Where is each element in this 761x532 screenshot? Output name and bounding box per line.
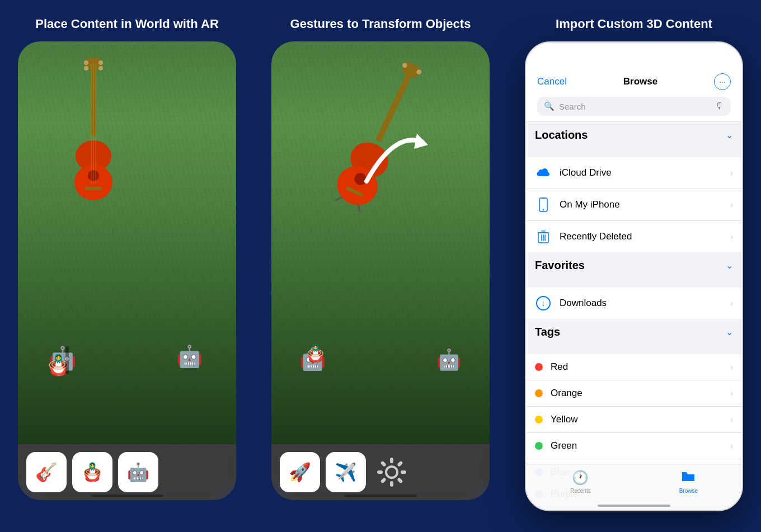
svg-rect-28	[397, 461, 403, 467]
svg-point-5	[98, 66, 103, 70]
more-dots-icon: ···	[719, 77, 726, 86]
svg-rect-27	[390, 458, 393, 463]
tag-green-item[interactable]: Green ›	[526, 433, 742, 459]
recents-tab-label: Recents	[570, 488, 591, 494]
svg-rect-29	[401, 470, 406, 474]
locations-title: Locations	[535, 129, 588, 142]
svg-point-2	[84, 60, 88, 65]
icloud-chevron-icon: ›	[730, 168, 733, 177]
panel-ar: Place Content in World with AR	[1, 0, 254, 500]
mic-icon[interactable]: 🎙	[715, 101, 724, 111]
tray-robot[interactable]: 🤖	[118, 452, 158, 492]
home-indicator-import	[598, 505, 670, 507]
favorites-chevron-icon[interactable]: ⌄	[726, 260, 733, 271]
more-button[interactable]: ···	[714, 73, 731, 90]
browse-tab-label: Browse	[679, 488, 698, 494]
favorites-section: ↓ Downloads ›	[526, 288, 742, 319]
svg-rect-32	[380, 478, 386, 484]
tag-orange-chevron-icon: ›	[730, 389, 733, 398]
panel-import-title: Import Custom 3D Content	[556, 17, 712, 31]
guitar-svg-ar	[74, 58, 113, 204]
recents-tab-icon: 🕐	[572, 470, 589, 486]
svg-rect-10	[85, 187, 102, 190]
search-placeholder: Search	[559, 102, 711, 111]
phone-screen-gestures: 🤖 🤖 🪆 🚀 ✈️	[271, 41, 490, 500]
panel-gestures: Gestures to Transform Objects	[254, 0, 508, 500]
locations-chevron-icon[interactable]: ⌄	[726, 130, 733, 140]
robot-2-gesture: 🤖	[436, 348, 462, 371]
tag-yellow-dot	[535, 416, 543, 423]
svg-point-4	[84, 66, 88, 70]
icloud-icon	[535, 164, 552, 181]
tag-green-chevron-icon: ›	[730, 441, 733, 450]
svg-rect-30	[397, 478, 403, 484]
tag-red-item[interactable]: Red ›	[526, 354, 742, 380]
browse-tab[interactable]: Browse	[679, 470, 698, 494]
tag-orange-label: Orange	[551, 388, 730, 399]
svg-point-3	[98, 60, 103, 65]
ios-content: Locations ⌄ iCloud Drive ›	[526, 122, 742, 511]
svg-rect-31	[390, 481, 393, 487]
on-my-iphone-chevron-icon: ›	[730, 200, 733, 209]
gesture-arrow	[350, 109, 434, 192]
on-my-iphone-label: On My iPhone	[560, 199, 730, 210]
cancel-button[interactable]: Cancel	[537, 76, 567, 87]
phone-frame-gestures: 🤖 🤖 🪆 🚀 ✈️	[271, 41, 490, 500]
tags-chevron-icon[interactable]: ⌄	[726, 327, 733, 337]
search-icon: 🔍	[544, 101, 555, 111]
tag-orange-item[interactable]: Orange ›	[526, 380, 742, 407]
panel-import: Import Custom 3D Content Cancel Browse ·…	[508, 0, 761, 511]
home-indicator-gestures	[344, 495, 417, 497]
browse-tab-icon	[681, 470, 696, 486]
panel-ar-title: Place Content in World with AR	[35, 17, 219, 31]
tray-guitar[interactable]: 🎸	[26, 452, 67, 492]
ios-device-frame: Cancel Browse ··· 🔍 Search 🎙 Locations ⌄	[525, 41, 743, 511]
recently-deleted-label: Recently Deleted	[560, 231, 730, 242]
downloads-chevron-icon: ›	[730, 299, 733, 308]
tray-settings[interactable]	[372, 452, 412, 492]
tag-red-label: Red	[551, 361, 730, 373]
robot-2-ar: 🤖	[176, 344, 203, 369]
bottom-tray-ar: 🎸 🪆 🤖	[18, 444, 236, 500]
panel-gestures-title: Gestures to Transform Objects	[290, 17, 471, 31]
locations-section-header: Locations ⌄	[526, 122, 742, 146]
on-my-iphone-item[interactable]: On My iPhone ›	[526, 189, 742, 221]
browse-title: Browse	[623, 76, 657, 87]
tags-section-header: Tags ⌄	[526, 319, 742, 343]
grass-background-gestures: 🤖 🤖 🪆	[271, 41, 490, 444]
tags-title: Tags	[535, 326, 560, 338]
svg-rect-34	[380, 461, 386, 467]
tag-yellow-chevron-icon: ›	[730, 415, 733, 424]
tag-red-chevron-icon: ›	[730, 362, 733, 371]
svg-rect-33	[377, 470, 383, 474]
download-circle-icon: ↓	[536, 296, 551, 310]
tag-yellow-item[interactable]: Yellow ›	[526, 407, 742, 433]
ios-nav-bar: Cancel Browse ···	[537, 73, 731, 90]
phone-screen-ar: 🤖 🤖 🪆 🎸 🪆 🤖	[18, 41, 236, 500]
recents-tab[interactable]: 🕐 Recents	[570, 470, 591, 494]
tray-plane[interactable]: ✈️	[326, 452, 366, 492]
downloads-label: Downloads	[560, 298, 730, 309]
downloads-icon: ↓	[535, 295, 552, 312]
recently-deleted-item[interactable]: Recently Deleted ›	[526, 221, 742, 252]
tag-orange-dot	[535, 389, 543, 397]
ios-header: Cancel Browse ··· 🔍 Search 🎙	[526, 43, 742, 122]
bottom-tray-gestures: 🚀 ✈️	[271, 444, 490, 500]
favorites-title: Favorites	[535, 259, 585, 272]
grass-background-ar: 🤖 🤖 🪆	[18, 41, 236, 444]
svg-rect-37	[542, 197, 545, 199]
trash-icon	[535, 228, 552, 245]
icloud-drive-item[interactable]: iCloud Drive ›	[526, 157, 742, 189]
tray-rocket[interactable]: 🚀	[280, 452, 320, 492]
locations-section: iCloud Drive › On My iPhone ›	[526, 157, 742, 252]
tag-green-dot	[535, 442, 543, 450]
svg-point-36	[543, 209, 544, 211]
svg-marker-25	[414, 134, 428, 149]
tag-red-dot	[535, 363, 543, 371]
tag-yellow-label: Yellow	[551, 414, 730, 425]
search-bar[interactable]: 🔍 Search 🎙	[537, 97, 731, 116]
tray-placeholder	[164, 452, 204, 492]
downloads-item[interactable]: ↓ Downloads ›	[526, 288, 742, 319]
tray-nutcracker[interactable]: 🪆	[72, 452, 112, 492]
icloud-drive-label: iCloud Drive	[560, 167, 730, 178]
